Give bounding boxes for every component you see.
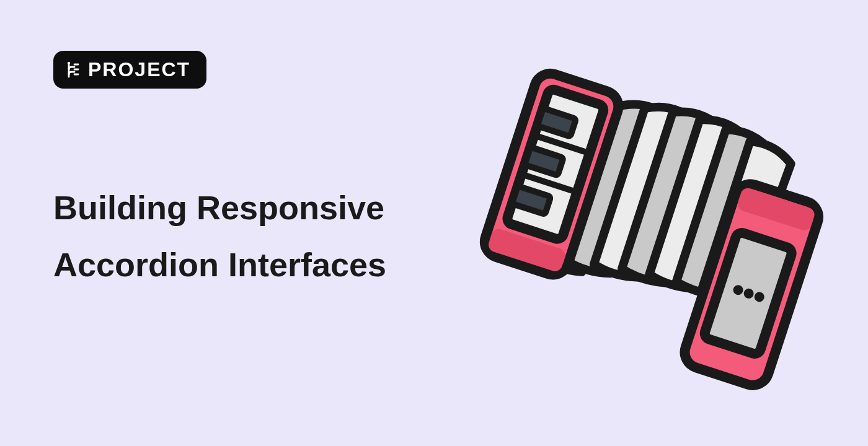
badge-label: PROJECT: [88, 58, 190, 81]
project-icon: [66, 61, 81, 79]
page-title: Building Responsive Accordion Interfaces: [53, 180, 450, 294]
accordion-icon: [477, 56, 825, 403]
svg-point-0: [68, 61, 70, 64]
project-badge: PROJECT: [53, 51, 206, 89]
